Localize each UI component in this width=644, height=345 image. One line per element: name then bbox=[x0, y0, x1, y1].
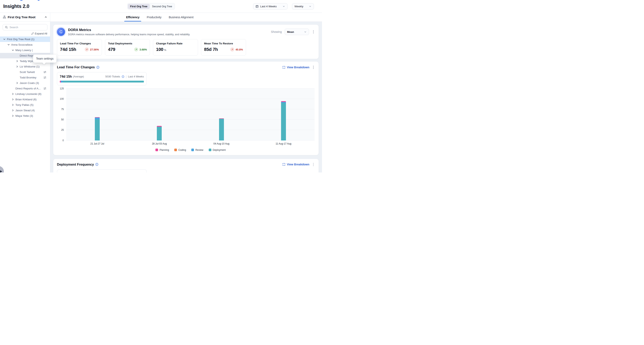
y-axis-tick: 50 bbox=[61, 118, 64, 121]
tree-item[interactable]: Lindsay Liszewski (8) bbox=[0, 91, 50, 97]
tree-item[interactable]: Jason Coats (3) bbox=[0, 80, 50, 86]
chevron-right-icon[interactable] bbox=[11, 98, 14, 101]
trend-delta: 27.56% bbox=[90, 48, 99, 51]
dora-cycle-icon bbox=[57, 28, 65, 36]
aggregation-value: Mean bbox=[287, 30, 294, 34]
legend-swatch bbox=[191, 148, 194, 151]
legend-swatch bbox=[174, 148, 177, 151]
legend-label: Planning bbox=[160, 148, 169, 152]
tree-item[interactable]: First Org Tree Root (1) bbox=[0, 36, 50, 42]
tree-item[interactable]: Tony Pallas (5) bbox=[0, 102, 50, 108]
legend-item-review[interactable]: Review bbox=[191, 148, 203, 152]
info-icon[interactable] bbox=[122, 75, 124, 78]
clipped-link-artifact bbox=[38, 0, 40, 0]
view-breakdown-label: View Breakdown bbox=[287, 66, 309, 69]
x-axis-label: 11 Aug-17 Aug bbox=[276, 142, 292, 145]
tree-item[interactable]: Scott Tarkett bbox=[0, 69, 50, 75]
legend-label: Deployment bbox=[213, 148, 226, 152]
org-tree: First Org Tree Root (1)Anna ScozzafavaMa… bbox=[0, 36, 50, 118]
toggle-second-org-tree[interactable]: Second Org Tree bbox=[150, 4, 174, 9]
tab-productivity[interactable]: Productivity bbox=[147, 13, 161, 22]
toggle-first-org-tree[interactable]: First Org Tree bbox=[128, 4, 150, 9]
clipped-link-artifact bbox=[20, 0, 22, 0]
y-axis-tick: 100 bbox=[60, 98, 64, 100]
tree-item[interactable]: Jason Stead (4) bbox=[0, 108, 50, 113]
chevron-right-icon[interactable] bbox=[11, 114, 14, 117]
bar-segment-review bbox=[95, 118, 100, 120]
chevron-right-icon[interactable] bbox=[16, 60, 19, 63]
tree-item[interactable]: Todd Bromley bbox=[0, 75, 50, 80]
expand-corners-icon bbox=[282, 66, 285, 69]
trend-up-arrow-icon: ↗ bbox=[230, 48, 234, 52]
tree-item-label: Jason Stead (4) bbox=[16, 109, 35, 112]
tab-business-alignment[interactable]: Business Alignment bbox=[169, 13, 194, 22]
info-icon[interactable] bbox=[95, 163, 98, 166]
metric-cards-row: Lead Time For Changes74d 15h↗27.56%Total… bbox=[57, 39, 315, 56]
tree-item[interactable]: Brian Kirkland (6) bbox=[0, 97, 50, 102]
stacked-bar-28 Jul-03 Aug[interactable] bbox=[157, 126, 162, 140]
stacked-bar-04 Aug-10 Aug[interactable] bbox=[219, 118, 224, 140]
sidebar-expand-handle[interactable] bbox=[0, 166, 4, 172]
lead-time-kebab-menu[interactable] bbox=[312, 65, 315, 70]
dora-kebab-menu[interactable] bbox=[312, 30, 315, 34]
metric-card: Total Deployments479↗3.68% bbox=[105, 39, 150, 56]
chevron-right-icon[interactable] bbox=[16, 82, 19, 84]
chevron-down-icon[interactable] bbox=[3, 38, 6, 41]
legend-item-planning[interactable]: Planning bbox=[156, 148, 169, 152]
deployment-kebab-menu[interactable] bbox=[312, 162, 315, 167]
team-settings-icon[interactable] bbox=[43, 87, 46, 90]
team-settings-icon[interactable] bbox=[43, 76, 46, 79]
tree-item[interactable]: Maya Yette (3) bbox=[0, 113, 50, 118]
chevron-right-icon[interactable] bbox=[11, 92, 14, 96]
expand-all-button[interactable]: Expand All bbox=[3, 32, 47, 35]
collapse-chevron-up-icon[interactable] bbox=[44, 16, 47, 18]
chevron-down-icon[interactable] bbox=[7, 43, 10, 46]
team-settings-icon[interactable] bbox=[43, 70, 46, 74]
expand-corners-icon bbox=[282, 163, 285, 166]
deployment-summary-card-partial bbox=[57, 170, 147, 172]
metric-value: 85d 7h bbox=[204, 47, 218, 52]
chart-plot-area: 0255075100125 bbox=[66, 88, 314, 140]
chevron-right-icon[interactable] bbox=[11, 109, 14, 112]
y-axis-tick: 0 bbox=[62, 139, 64, 142]
stacked-bar-11 Aug-17 Aug[interactable] bbox=[281, 101, 286, 140]
tree-item-label: First Org Tree Root (1) bbox=[7, 38, 34, 41]
tree-item[interactable]: Direct Reports of A... bbox=[0, 86, 50, 91]
sidebar-search bbox=[3, 24, 48, 30]
stacked-bar-21 Jul-27 Jul[interactable] bbox=[95, 117, 100, 140]
info-icon[interactable] bbox=[96, 66, 100, 69]
deployment-frequency-panel: Deployment Frequency View Breakdown bbox=[53, 159, 319, 173]
main-area: Efficiency Productivity Business Alignme… bbox=[50, 12, 322, 172]
chevron-spacer bbox=[16, 54, 19, 57]
phase-segment-review bbox=[61, 81, 63, 82]
metric-card: Change Failure Rate100% bbox=[153, 39, 198, 56]
view-breakdown-link[interactable]: View Breakdown bbox=[282, 66, 309, 69]
granularity-select[interactable]: Weekly bbox=[292, 3, 314, 10]
legend-label: Coding bbox=[178, 148, 186, 152]
legend-item-deployment[interactable]: Deployment bbox=[209, 148, 226, 152]
view-breakdown-link[interactable]: View Breakdown bbox=[282, 163, 309, 166]
tree-item-label: Brian Kirkland (6) bbox=[16, 98, 36, 101]
tooltip-text: Team settings bbox=[36, 57, 54, 60]
lead-time-title: Lead Time For Changes bbox=[57, 65, 95, 69]
metric-label: Total Deployments bbox=[108, 42, 147, 45]
tree-item[interactable]: Liz Whittome (1) bbox=[0, 64, 50, 69]
chart-legend: PlanningCodingReviewDeployment bbox=[66, 148, 315, 152]
metric-value: 479 bbox=[108, 47, 115, 52]
tabs-bar: Efficiency Productivity Business Alignme… bbox=[50, 13, 322, 22]
chevron-down-icon[interactable] bbox=[11, 49, 14, 52]
search-input[interactable] bbox=[10, 26, 45, 29]
date-range-select[interactable]: Last 4 Weeks bbox=[253, 3, 288, 10]
trend-badge: ↗27.56% bbox=[85, 48, 99, 52]
chevron-right-icon[interactable] bbox=[16, 65, 19, 68]
gridline bbox=[66, 130, 314, 130]
legend-item-coding[interactable]: Coding bbox=[174, 148, 186, 152]
deployment-frequency-title: Deployment Frequency bbox=[57, 162, 94, 166]
arrow-right-icon bbox=[0, 170, 2, 173]
tree-item[interactable]: Anna Scozzafava bbox=[0, 42, 50, 48]
bar-segment-deployment bbox=[95, 120, 100, 140]
aggregation-select[interactable]: Mean bbox=[285, 28, 309, 35]
chevron-right-icon[interactable] bbox=[11, 104, 14, 106]
tab-efficiency[interactable]: Efficiency bbox=[126, 13, 140, 22]
tree-item[interactable]: Mary Lowery ( bbox=[0, 48, 50, 53]
